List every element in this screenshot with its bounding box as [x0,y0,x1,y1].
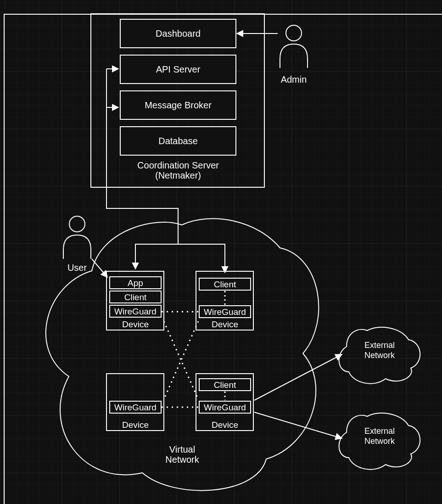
device2-wg-label: WireGuard [204,307,246,317]
device4-to-ext2-arrow [254,412,342,438]
virtual-network-title-2: Network [165,454,199,465]
message-broker-label: Message Broker [145,100,212,110]
user-label: User [67,263,87,273]
device1-wg-label: WireGuard [114,307,157,316]
device4-client-label: Client [214,380,236,390]
admin-label: Admin [281,74,307,84]
svg-point-1 [69,216,85,232]
external1-line1: External [364,341,395,350]
user-icon [63,216,91,259]
database-label: Database [158,136,198,146]
dotted-diag2 [164,321,198,399]
device4-label: Device [212,420,238,430]
svg-point-0 [286,25,302,41]
device3-wg-label: WireGuard [114,403,157,412]
dashboard-label: Dashboard [156,28,201,39]
external2-line1: External [364,426,395,436]
virtual-network-title-1: Virtual [169,444,195,454]
external1-line2: Network [364,351,395,360]
external2-line2: Network [364,437,395,446]
api-server-label: API Server [156,64,201,74]
device2-label: Device [212,319,238,329]
diagram-stage: Coordination Server (Netmaker) Dashboard… [0,0,442,504]
device4-to-ext1-arrow [254,354,342,400]
admin-icon [280,25,308,68]
device1-app-label: App [128,278,143,288]
coordination-title-1: Coordination Server [137,160,219,170]
device4-wg-label: WireGuard [204,403,246,412]
device1-label: Device [122,319,149,329]
device1-client-label: Client [124,292,147,302]
device2-client-label: Client [214,280,236,289]
user-to-app-arrow [92,259,107,277]
diagram-svg: Coordination Server (Netmaker) Dashboard… [0,0,442,504]
device3-label: Device [122,420,149,430]
dotted-diag1 [164,321,198,399]
coordination-title-2: (Netmaker) [155,170,201,180]
